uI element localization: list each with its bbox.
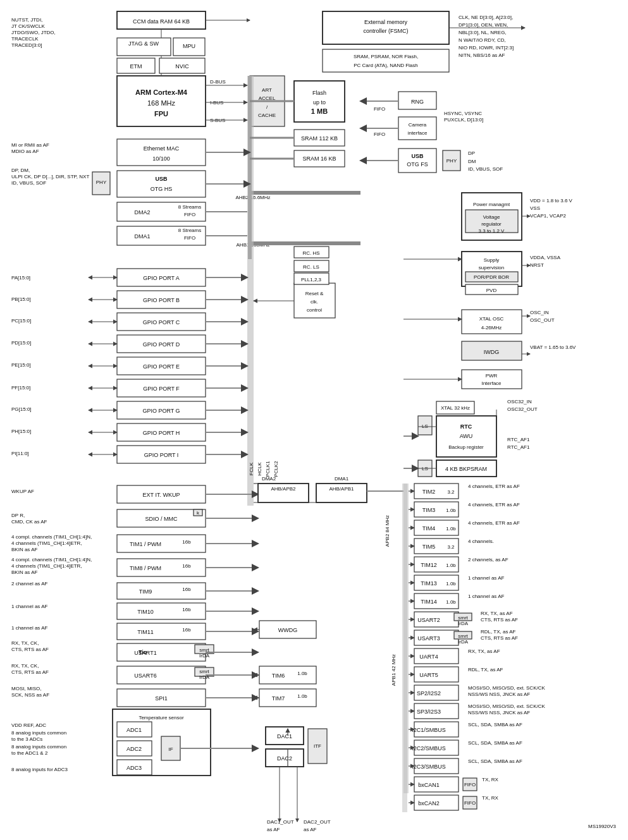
- xtal-label: XTAL OSC: [479, 316, 504, 322]
- pin-analog5: 8 analog inputs for ADC3: [11, 767, 68, 772]
- usart2-smart: smrt: [458, 615, 468, 621]
- pin-fsmc-c: NBL[3:0], NL, NREG,: [459, 30, 507, 35]
- tim4-bits: 1.0b: [446, 526, 456, 532]
- pin-fsmc-d: N WAIT/IO RDY, CD,: [459, 37, 506, 43]
- pin-fsmc-f: NITN, NBS/16 as AF: [459, 52, 505, 58]
- temp-sensor-label: Temperature sensor: [139, 715, 183, 721]
- pin-cam: HSYNC, VSYNC: [444, 111, 482, 116]
- pin-tim12-r: 2 channels, as AF: [468, 557, 508, 563]
- pin-tim10: 1 channel as AF: [11, 604, 47, 609]
- volt-range: 3.3 to 1.2 V: [479, 228, 505, 234]
- diagram-container: CCM data RAM 64 KB JTAG & SW MPU ETM NVI…: [0, 0, 628, 840]
- adc3-label: ADC3: [126, 765, 142, 771]
- gpio-c-label: GPIO PORT C: [143, 319, 180, 326]
- pclk1-label: PCLK1: [265, 461, 271, 477]
- gpio-d-label: GPIO PORT D: [143, 341, 180, 348]
- pin-pi: PI[11:0]: [11, 451, 29, 456]
- pin-cmd: CMD, CK as AF: [11, 519, 47, 525]
- rc-hs-label: RC. HS: [302, 250, 319, 256]
- pin-usart1-b: CTS, RTS as AF: [11, 647, 49, 652]
- pin-usb-fs-c: ID, VBUS, SOF: [468, 166, 503, 172]
- rng-label: RNG: [411, 99, 424, 105]
- iwdg-label: IWDG: [484, 349, 500, 355]
- tim1-label: TIM1 / PWM: [130, 541, 161, 547]
- pin-uart4-r: RX, TX, as AF: [468, 648, 500, 654]
- pin-vdd: VDD REF, ADC: [11, 722, 46, 728]
- gpio-b-label: GPIO PORT B: [143, 297, 180, 303]
- tim6-label: TIM6: [272, 673, 285, 679]
- pin-mdio: MDIO as AF: [11, 149, 39, 154]
- spi1-label: SPI1: [155, 695, 168, 702]
- phy-hs-label: PHY: [96, 180, 107, 185]
- pin-trace-d: TRACED[3:0]: [11, 42, 42, 48]
- tim14-label: TIM14: [421, 599, 437, 605]
- pin-tim9: 2 channel as AF: [11, 581, 47, 587]
- pin-osc-in: OSC_IN: [530, 310, 549, 315]
- tim11-label: TIM11: [137, 629, 154, 635]
- pin-usart6-b: CTS, RTS as AF: [11, 669, 49, 675]
- dac2-out: DAC2_OUT: [304, 819, 331, 825]
- pin-vdda: VDDA, VSSA: [530, 255, 561, 260]
- tim4-label: TIM4: [422, 525, 436, 532]
- pin-uart5-r: RDL, TX, as AF: [468, 667, 503, 673]
- pin-sp3-r2: NSS/WS NSS, JNCK as AF: [468, 710, 530, 715]
- fclk-label: FCLK: [249, 462, 254, 475]
- cache2-label: CACHE: [258, 113, 276, 118]
- pin-spi1-b: SCK, NSS as AF: [11, 692, 49, 698]
- pin-rtc-af2: RTC_AF1: [507, 444, 530, 450]
- pin-vss: VSS: [530, 205, 540, 211]
- awu-label: AWU: [460, 433, 473, 439]
- fsmc-title: External memory: [364, 19, 408, 25]
- pin-spi1-a: MOSI, MISO,: [11, 686, 42, 691]
- pin-sp3-r: MOSI/SO, MISO/SD, ext. SCK/CK: [468, 703, 545, 709]
- gpio-i-label: GPIO PORT I: [144, 452, 179, 458]
- gpio-f-label: GPIO PORT F: [143, 386, 180, 392]
- svg-rect-190: [402, 484, 407, 812]
- mpu-label: MPU: [183, 43, 195, 49]
- pin-eth1: MI or RMII as AF: [11, 142, 49, 148]
- pin-ph: PH[15:0]: [11, 429, 31, 434]
- fifo-can1: FIFO: [464, 782, 476, 788]
- tim11-bits: 16b: [182, 627, 191, 633]
- pin-pg: PG[15:0]: [11, 406, 32, 412]
- pin-osc32-out: OSC32_OUT: [507, 406, 538, 412]
- pin-pc: PC[15:0]: [11, 318, 31, 324]
- pin-osc-out: OSC_OUT: [530, 317, 555, 323]
- svg-rect-7: [117, 171, 206, 197]
- svg-rect-58: [117, 643, 206, 661]
- xtal-freq: 4-26MHz: [481, 325, 502, 331]
- usart3-smart: smrt: [458, 633, 468, 639]
- etm-label: ETM: [130, 63, 142, 70]
- volt-reg2: regulator: [481, 221, 502, 227]
- dac2-label: DAC2: [277, 755, 292, 762]
- pin-analog4: to the ADC1 & 2: [11, 750, 48, 756]
- art-label: ART: [262, 87, 272, 93]
- pin-ulpi: ULPI CK, DP D[...], DIR, STP, NXT: [11, 174, 89, 180]
- svg-rect-57: [117, 623, 206, 640]
- pin-tim3-r: 4 channels, ETR as AF: [468, 502, 520, 508]
- dbus-label: D-BUS: [210, 79, 226, 85]
- dma1-streams: 8 Streams: [178, 228, 201, 233]
- ext-it-label: EXT IT. WKUP: [143, 492, 180, 498]
- pin-analog2: to the 3 ADCs: [11, 736, 42, 742]
- flash-up: up to: [313, 99, 326, 106]
- svg-rect-60: [117, 666, 206, 684]
- pin-fsmc-b: DP1[3:0], OEN, WEN,: [459, 22, 508, 28]
- tim7-bits: 1.0b: [297, 693, 307, 699]
- pin-rtc-af1: RTC_AF1: [507, 437, 530, 442]
- usart6-label: USART6: [134, 673, 156, 679]
- pin-vdd-range: VDD = 1.8 to 3.6 V: [530, 198, 573, 204]
- svg-rect-55: [117, 583, 206, 599]
- dac1-label: DAC1: [277, 733, 292, 740]
- pin-tim1-b: 4 channels (TIM1_CH[1:4]ETR,: [11, 540, 82, 546]
- pin-id: ID, VBUS, SOF: [11, 180, 46, 186]
- tim12-bits: 1.0b: [446, 563, 456, 568]
- tim14-bits: 1.0b: [446, 599, 456, 605]
- dac1-as: as AF: [267, 827, 280, 832]
- pin-tim2-r: 4 channels, ETR as AF: [468, 484, 520, 489]
- supply-sup2: supervision: [479, 265, 504, 271]
- tim10-bits: 16b: [182, 607, 191, 612]
- pin-vcap: VCAP1, VCAP2: [530, 213, 566, 219]
- pin-tim4-r: 4 channels, ETR as AF: [468, 520, 520, 526]
- por-pdr-label: POR/PDR BOR: [474, 274, 509, 280]
